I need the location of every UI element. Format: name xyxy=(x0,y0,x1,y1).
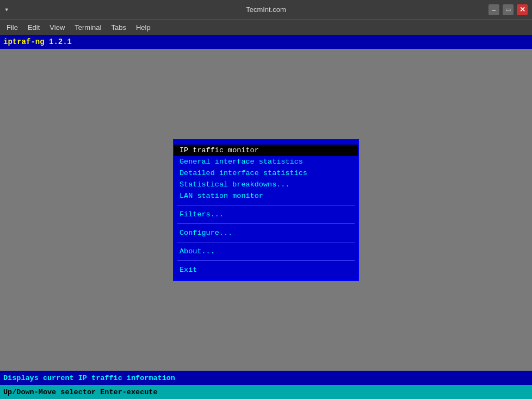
status-keys-text: Up/Down-Move selector Enter-execute xyxy=(3,388,158,396)
menu-item-configure[interactable]: Configure... xyxy=(174,227,358,239)
menu-file[interactable]: File xyxy=(2,22,22,33)
menu-popup-inner: IP traffic monitor General interface sta… xyxy=(174,140,358,280)
title-bar-left: ▾ xyxy=(4,5,13,14)
menu-item-statistical[interactable]: Statistical breakdowns... xyxy=(174,179,358,190)
window-title: TecmInt.com xyxy=(246,5,286,14)
app-version-label: iptraf-ng 1.2.1 xyxy=(3,38,72,46)
menu-item-about[interactable]: About... xyxy=(174,246,358,257)
minimize-button[interactable]: – xyxy=(488,4,499,15)
menu-item-detailed-interface[interactable]: Detailed interface statistics xyxy=(174,167,358,179)
close-button[interactable]: ✕ xyxy=(517,4,528,15)
bottom-status-keys: Up/Down-Move selector Enter-execute xyxy=(0,385,532,399)
divider-1 xyxy=(177,205,355,205)
bottom-status-description: Displays current IP traffic information xyxy=(0,371,532,385)
menu-item-exit[interactable]: Exit xyxy=(174,264,358,276)
filters-section: Filters... xyxy=(174,207,358,222)
main-menu-popup: IP traffic monitor General interface sta… xyxy=(173,139,359,281)
menu-item-ip-traffic[interactable]: IP traffic monitor xyxy=(174,145,358,156)
maximize-button[interactable]: ▭ xyxy=(503,4,514,15)
status-description-text: Displays current IP traffic information xyxy=(3,374,175,382)
divider-2 xyxy=(177,223,355,224)
about-section: About... xyxy=(174,244,358,259)
menu-bar: File Edit View Terminal Tabs Help xyxy=(0,20,532,35)
chevron-down-icon[interactable]: ▾ xyxy=(4,5,9,14)
menu-item-filters[interactable]: Filters... xyxy=(174,209,358,220)
menu-edit[interactable]: Edit xyxy=(23,22,44,33)
title-bar: ▾ TecmInt.com – ▭ ✕ xyxy=(0,0,532,20)
menu-terminal[interactable]: Terminal xyxy=(70,22,106,33)
menu-view[interactable]: View xyxy=(45,22,69,33)
divider-3 xyxy=(177,242,355,242)
bottom-bars: Displays current IP traffic information … xyxy=(0,371,532,399)
terminal-area: iptraf-ng 1.2.1 IP traffic monitor Gener… xyxy=(0,35,532,399)
divider-4 xyxy=(177,260,355,261)
configure-section: Configure... xyxy=(174,225,358,241)
terminal-content: IP traffic monitor General interface sta… xyxy=(0,49,532,371)
top-status-bar: iptraf-ng 1.2.1 xyxy=(0,35,532,49)
window-controls: – ▭ ✕ xyxy=(488,4,528,15)
menu-help[interactable]: Help xyxy=(132,22,155,33)
menu-item-lan-station[interactable]: LAN station monitor xyxy=(174,190,358,202)
menu-item-general-interface[interactable]: General interface statistics xyxy=(174,156,358,167)
menu-tabs[interactable]: Tabs xyxy=(107,22,130,33)
primary-menu-section: IP traffic monitor General interface sta… xyxy=(174,142,358,204)
exit-section: Exit xyxy=(174,262,358,278)
